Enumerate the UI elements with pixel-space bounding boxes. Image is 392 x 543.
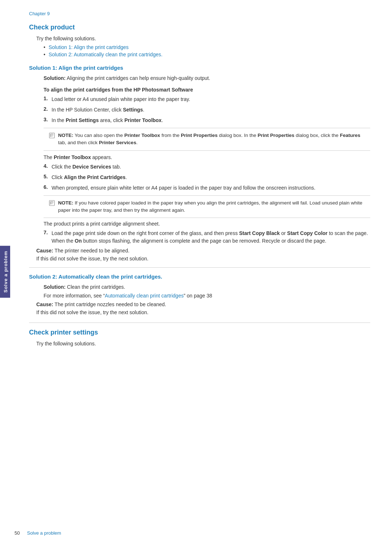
cause-1: Cause: The printer needed to be aligned. bbox=[36, 248, 370, 254]
check-printer-intro: Try the following solutions. bbox=[36, 341, 370, 347]
solution1-link[interactable]: Solution 1: Align the print cartridges bbox=[49, 44, 128, 50]
step-6: 6. When prompted, ensure plain white let… bbox=[44, 184, 370, 192]
solution2-solution: Solution: Clean the print cartridges. bbox=[44, 284, 370, 290]
footer-link[interactable]: Solve a problem bbox=[27, 530, 61, 536]
page-number: 50 bbox=[15, 530, 20, 536]
solution2-link[interactable]: Solution 2: Automatically clean the prin… bbox=[49, 52, 163, 57]
cause-2: Cause: The print cartridge nozzles neede… bbox=[36, 301, 370, 307]
note-text-2: NOTE: If you have colored paper loaded i… bbox=[58, 199, 365, 214]
sidebar-label: Solve a problem bbox=[3, 251, 8, 292]
check-product-bullets: Solution 1: Align the print cartridges S… bbox=[44, 44, 370, 57]
solution2-heading: Solution 2: Automatically clean the prin… bbox=[29, 273, 370, 280]
svg-rect-5 bbox=[49, 200, 54, 206]
if-text-2: If this did not solve the issue, try the… bbox=[36, 309, 370, 315]
note-box-1: NOTE: You can also open the Printer Tool… bbox=[44, 128, 370, 151]
check-printer-heading: Check printer settings bbox=[29, 329, 370, 336]
step-5: 5. Click Align the Print Cartridges. bbox=[44, 174, 370, 181]
step-1: 1. Load letter or A4 unused plain white … bbox=[44, 96, 370, 103]
page-footer: 50 Solve a problem bbox=[15, 530, 370, 536]
step-7: 7. Load the page print side down on the … bbox=[44, 230, 370, 245]
bullet-item-2: Solution 2: Automatically clean the prin… bbox=[44, 52, 370, 57]
appears-text: The Printer Toolbox appears. bbox=[44, 154, 370, 160]
note-box-2: NOTE: If you have colored paper loaded i… bbox=[44, 195, 370, 218]
note-text-1: NOTE: You can also open the Printer Tool… bbox=[58, 132, 365, 147]
step-3: 3. In the Print Settings area, click Pri… bbox=[44, 117, 370, 124]
if-text-1: If this did not solve the issue, try the… bbox=[36, 256, 370, 262]
check-product-intro: Try the following solutions. bbox=[36, 36, 370, 41]
note-icon-1 bbox=[49, 132, 55, 140]
auto-clean-link[interactable]: Automatically clean print cartridges bbox=[105, 293, 184, 299]
step-4: 4. Click the Device Services tab. bbox=[44, 163, 370, 171]
step-2: 2. In the HP Solution Center, click Sett… bbox=[44, 106, 370, 114]
instruction-heading: To align the print cartridges from the H… bbox=[44, 87, 370, 93]
chapter-label: Chapter 9 bbox=[29, 11, 370, 16]
solution1-solution: Solution: Aligning the print cartridges … bbox=[44, 75, 370, 81]
prints-text: The product prints a print cartridge ali… bbox=[44, 221, 370, 227]
solution1-heading: Solution 1: Align the print cartridges bbox=[29, 65, 370, 71]
sidebar-tab: Solve a problem bbox=[0, 246, 10, 297]
bullet-item-1: Solution 1: Align the print cartridges bbox=[44, 44, 370, 50]
svg-rect-0 bbox=[49, 133, 54, 138]
check-product-heading: Check product bbox=[29, 24, 370, 31]
solution2-for-more: For more information, see “Automatically… bbox=[44, 293, 370, 299]
note-icon-2 bbox=[49, 200, 55, 207]
